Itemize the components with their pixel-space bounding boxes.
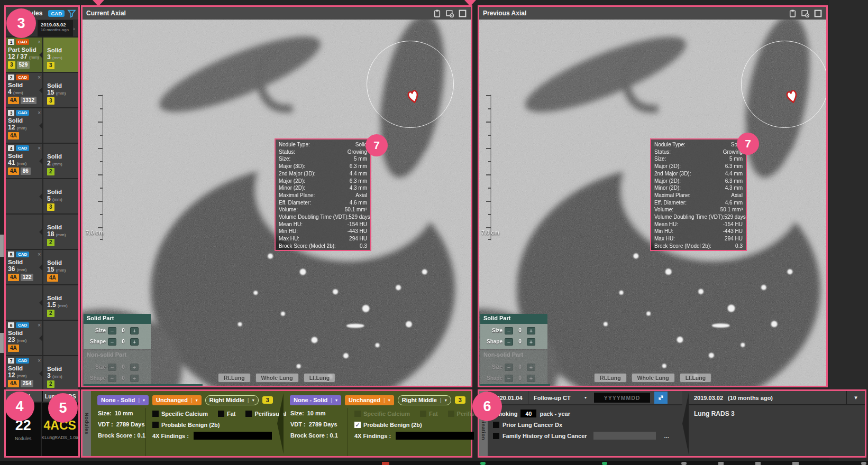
nodule-row-5[interactable]: Solid 5 (mm) 3 <box>6 179 78 215</box>
nodule-current-cell[interactable]: 4CAD× Solid 41 (mm) 4A86 <box>6 144 42 178</box>
nodule-previous-cell[interactable]: Solid 3 (mm) 2 <box>43 356 78 390</box>
family-history-checkbox[interactable] <box>493 433 499 439</box>
nodule-location-dropdown[interactable]: Right Middle|▾ <box>205 395 259 405</box>
nodule-row-9[interactable]: 6CAD× Solid 23 (mm) 4A <box>6 321 78 356</box>
close-icon[interactable]: × <box>38 252 41 257</box>
ct-image-canvas[interactable]: 7.0 cm Nodule Type:Solid Status:Growing … <box>83 20 471 386</box>
shape-minus-button[interactable]: − <box>505 338 513 346</box>
nodule-marker-icon[interactable] <box>406 88 420 105</box>
close-icon[interactable]: × <box>38 75 41 80</box>
capture-settings-icon[interactable] <box>445 9 454 18</box>
nodule-current-cell[interactable]: 3CAD× Solid 12 (mm) 4A <box>6 108 42 143</box>
nodule-size: 12 (mm) <box>8 124 41 131</box>
nodule-current-cell[interactable]: 6CAD× Solid 23 (mm) 4A <box>6 321 42 355</box>
specific-calcium-checkbox[interactable] <box>152 411 159 417</box>
prior-lung-cancer-checkbox[interactable] <box>493 422 499 428</box>
nodule-current-cell[interactable]: 1CAD× Part Solid 12 / 37 (mm) 3529 <box>6 38 42 72</box>
rt-lung-button[interactable]: Rt.Lung <box>594 373 627 383</box>
nodule-location-dropdown[interactable]: Right Middle|▾ <box>398 395 451 405</box>
cad-toggle[interactable]: CAD <box>48 10 65 17</box>
filter-icon[interactable] <box>67 9 76 18</box>
chevron-right-icon[interactable]: › <box>73 20 78 36</box>
perifissural-checkbox[interactable] <box>245 411 252 417</box>
study-type-dropdown[interactable]: Follow-up CT▾ <box>528 395 592 401</box>
close-icon[interactable]: × <box>38 323 41 328</box>
nodule-row-3[interactable]: 3CAD× Solid 12 (mm) 4A <box>6 108 78 144</box>
nodule-status-dropdown[interactable]: Unchanged|▾ <box>152 395 202 405</box>
taskbar-icon <box>382 462 389 465</box>
expand-button[interactable] <box>654 392 668 404</box>
nodule-marker-icon[interactable] <box>785 88 799 105</box>
more-button[interactable]: ... <box>664 433 669 439</box>
nodule-current-cell-empty[interactable] <box>6 285 42 320</box>
nodule-previous-cell[interactable]: Solid 15 (mm) 3 <box>43 73 78 107</box>
size-minus-button[interactable]: − <box>505 327 513 334</box>
probable-benign-checkbox[interactable] <box>152 422 159 428</box>
nodule-type: Solid <box>47 366 77 372</box>
nodule-previous-cell[interactable]: Solid 15 (mm) 4A <box>43 250 78 284</box>
lt-lung-button[interactable]: Lt.Lung <box>304 373 335 383</box>
nodule-current-cell[interactable]: 5CAD× Solid 36 (mm) 4A122 <box>6 250 42 284</box>
nodule-current-cell-empty[interactable] <box>6 215 42 249</box>
previous-study-date[interactable]: 2019.03.02 10 months ago <box>38 20 73 36</box>
nodule-row-4[interactable]: 4CAD× Solid 41 (mm) 4A86 Solid 2 (mm) 2 <box>6 144 78 179</box>
probable-benign-checkbox[interactable]: ✓ <box>354 422 361 428</box>
report-copy-icon[interactable] <box>788 9 797 18</box>
maximize-icon[interactable] <box>814 9 823 18</box>
remove-vessel-toggle[interactable]: Remove Vessel <box>480 384 550 386</box>
close-icon[interactable]: × <box>38 146 41 151</box>
annotation-badge-3: 3 <box>6 8 36 38</box>
shape-plus-button[interactable]: + <box>527 338 535 346</box>
nodule-type: Solid <box>8 365 41 371</box>
nodule-previous-cell-empty[interactable] <box>43 321 78 355</box>
pack-year-input[interactable]: 40 <box>520 410 536 417</box>
previous-exam-header[interactable]: 2019.03.02 (10 months ago) ▾ <box>689 391 865 405</box>
nodule-row-6[interactable]: Solid 18 (mm) 2 <box>6 215 78 250</box>
nodule-current-cell[interactable]: 7CAD× Solid 12 (mm) 4A254 <box>6 356 42 390</box>
size-plus-button[interactable]: + <box>130 327 139 334</box>
nodule-row-2[interactable]: 2CAD× Solid 4 (mm) 4A1312 Solid 15 (mm) … <box>6 73 78 108</box>
nodule-previous-cell-empty[interactable] <box>43 108 78 143</box>
report-copy-icon[interactable] <box>433 9 442 18</box>
size-plus-button[interactable]: + <box>527 327 535 334</box>
shape-plus-button[interactable]: + <box>130 338 139 346</box>
family-history-input[interactable] <box>593 432 656 440</box>
fat-checkbox[interactable] <box>218 411 224 417</box>
date-input[interactable]: YYYYMMDD <box>594 393 650 403</box>
cad-chip: CAD <box>16 110 29 116</box>
tab-nodules[interactable]: Nodules <box>83 391 91 456</box>
findings-input[interactable] <box>396 432 474 440</box>
nodule-type-dropdown[interactable]: None - Solid|▾ <box>97 395 149 405</box>
nodule-previous-cell[interactable]: Solid 2 (mm) 2 <box>43 144 78 178</box>
close-icon[interactable]: × <box>38 40 41 45</box>
nodule-current-cell-empty[interactable] <box>6 179 42 213</box>
nodule-status-dropdown[interactable]: Unchanged|▾ <box>345 395 394 405</box>
nodule-type-dropdown[interactable]: None - Solid|▾ <box>290 395 341 405</box>
whole-lung-button[interactable]: Whole Lung <box>632 373 675 383</box>
size-minus-button[interactable]: − <box>108 327 116 334</box>
nodule-previous-cell[interactable]: Solid 5 (mm) 3 <box>43 179 78 213</box>
chevron-down-icon: ▾ <box>445 398 447 403</box>
nodule-edit-panel: Nodules None - Solid|▾ Unchanged|▾ Right… <box>81 389 472 458</box>
close-icon[interactable]: × <box>38 358 41 364</box>
nodule-row-7[interactable]: 5CAD× Solid 36 (mm) 4A122 Solid 15 (mm) … <box>6 250 78 285</box>
nodule-row-10[interactable]: 7CAD× Solid 12 (mm) 4A254 Solid 3 (mm) 2 <box>6 356 78 392</box>
taskbar-icon <box>861 462 866 465</box>
nodule-previous-cell[interactable]: Solid 18 (mm) 2 <box>43 215 78 249</box>
findings-input[interactable] <box>194 432 272 440</box>
capture-settings-icon[interactable] <box>801 9 810 18</box>
maximize-icon[interactable] <box>458 9 467 18</box>
rt-lung-button[interactable]: Rt.Lung <box>218 373 251 383</box>
remove-vessel-toggle[interactable]: Remove Vessel <box>84 384 203 386</box>
nodule-previous-cell[interactable]: Solid 1.5 (mm) 2 <box>43 285 78 320</box>
close-icon[interactable]: × <box>38 110 41 116</box>
lt-lung-button[interactable]: Lt.Lung <box>680 373 711 383</box>
nodule-row-8[interactable]: Solid 1.5 (mm) 2 <box>6 285 78 321</box>
nodule-current-cell[interactable]: 2CAD× Solid 4 (mm) 4A1312 <box>6 73 42 107</box>
nodule-previous-cell[interactable]: Solid 3 (mm) 3 <box>43 38 78 72</box>
nodule-row-1[interactable]: 1CAD× Part Solid 12 / 37 (mm) 3529 Solid… <box>6 38 78 73</box>
shape-minus-button[interactable]: − <box>108 338 116 346</box>
chevron-down-icon[interactable]: ▾ <box>846 391 865 404</box>
ct-image-canvas[interactable]: 7.0 cm Nodule Type:Solid Status:Growing … <box>479 20 826 386</box>
whole-lung-button[interactable]: Whole Lung <box>255 373 299 383</box>
